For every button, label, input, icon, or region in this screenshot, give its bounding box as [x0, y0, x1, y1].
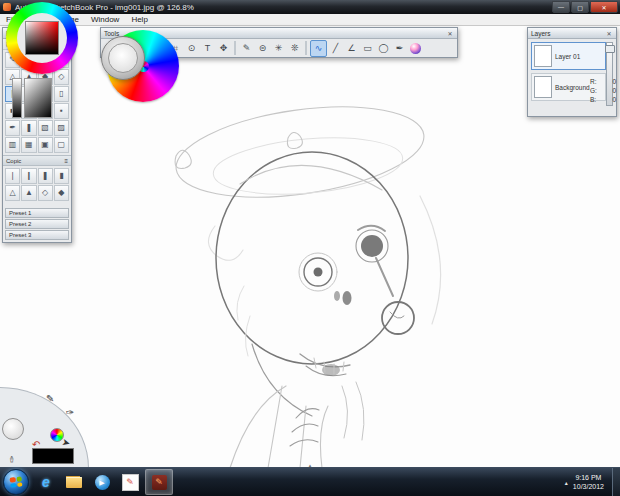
windows-flag-icon: [10, 476, 23, 487]
luminance-ramp[interactable]: [12, 78, 22, 118]
tool-icon: ⊙: [188, 44, 196, 53]
brush-eraser-soft[interactable]: ▯: [54, 86, 69, 102]
taskbar-clock[interactable]: 9:16 PM 10/3/2012: [573, 473, 604, 491]
copic-menu-icon[interactable]: ≡: [64, 158, 68, 164]
copic-brush-4[interactable]: ▮: [54, 168, 69, 184]
zoom-icon[interactable]: ⊙: [184, 41, 199, 56]
tool-icon: ✒: [396, 44, 404, 53]
copic-section-header[interactable]: Copic ≡: [3, 155, 71, 166]
copic-brush-icon: ▮: [59, 172, 63, 180]
brush-icon: ▢: [58, 141, 66, 149]
current-color-swatch[interactable]: [32, 448, 74, 464]
taskbar-explorer-icon[interactable]: [61, 470, 87, 494]
layer-thumbnail[interactable]: [534, 45, 552, 67]
text-icon[interactable]: T: [200, 41, 215, 56]
preset-list: Preset 1Preset 2Preset 3: [5, 208, 69, 240]
copic-brush-5[interactable]: △: [5, 185, 20, 201]
copic-brush-7[interactable]: ◇: [38, 185, 53, 201]
lagoon-brush-puck[interactable]: [2, 418, 24, 440]
tool-icon: ❊: [291, 44, 299, 53]
preset-button[interactable]: Preset 1: [5, 208, 69, 218]
taskbar-app-icon: e: [42, 475, 50, 489]
brush-texture-6[interactable]: ▢: [54, 137, 69, 153]
brush-texture-3[interactable]: ▥: [5, 137, 20, 153]
brush-texture-4[interactable]: ▦: [21, 137, 36, 153]
window-titlebar[interactable]: Autodesk SketchBook Pro - img001.jpg @ 1…: [0, 0, 620, 14]
close-button[interactable]: ✕: [590, 1, 618, 13]
menu-item[interactable]: Help: [125, 14, 153, 25]
brush-icon: ◇: [58, 73, 64, 81]
tools-divider-2[interactable]: [305, 41, 307, 55]
tools-row: ≈✎▭⌒⌗⊙T✥✎⊜✳❊∿╱∠▭◯✒: [101, 39, 457, 57]
copic-brush-8[interactable]: ◆: [54, 185, 69, 201]
taskbar-media-player-icon[interactable]: ▶: [89, 470, 115, 494]
lagoon-brush-icon[interactable]: ✑: [66, 408, 74, 418]
taskbar: e▶✎✎ ▴ 9:16 PM 10/3/2012: [0, 467, 620, 496]
layer-row-1[interactable]: Layer 01: [531, 42, 606, 70]
brush-felt[interactable]: ◇: [54, 69, 69, 85]
b-label: B:: [590, 96, 596, 103]
preset-button[interactable]: Preset 3: [5, 230, 69, 240]
show-desktop-button[interactable]: [612, 468, 620, 496]
tool-icon: ∠: [347, 44, 355, 53]
eyedropper-icon[interactable]: ✑: [7, 455, 17, 463]
value-gradient-square[interactable]: [24, 78, 52, 118]
copic-brush-1[interactable]: ❘: [5, 168, 20, 184]
g-value: 0: [612, 87, 616, 94]
snowflake-icon[interactable]: ❊: [287, 41, 302, 56]
taskbar-sketchbook-icon[interactable]: ✎: [145, 469, 173, 495]
maximize-button[interactable]: ▢: [571, 1, 589, 13]
preset-button[interactable]: Preset 2: [5, 219, 69, 229]
brush-wide[interactable]: ❚: [21, 120, 36, 136]
line-tool-icon[interactable]: ╱: [328, 41, 343, 56]
tool-icon: [410, 43, 421, 54]
pencil-icon[interactable]: ✎: [239, 41, 254, 56]
rectangle-tool-icon[interactable]: ▭: [360, 41, 375, 56]
brush-texture-5[interactable]: ▣: [38, 137, 53, 153]
brush-texture-1[interactable]: ▧: [38, 120, 53, 136]
layer-thumbnail[interactable]: [534, 76, 552, 98]
layers-panel-titlebar[interactable]: Layers ✕: [528, 28, 616, 39]
tray-chevron-icon[interactable]: ▴: [565, 479, 568, 486]
tool-icon: ◯: [378, 44, 388, 53]
layers-panel: Layers ✕ Layer 01 Background: [527, 27, 617, 117]
maximize-icon: ▢: [577, 4, 583, 11]
brush-dot[interactable]: ▪: [54, 103, 69, 119]
layer-label: Layer 01: [555, 53, 580, 60]
dual-brush-icon[interactable]: ✒: [392, 41, 407, 56]
r-value: 0: [612, 78, 616, 85]
taskbar-paint-icon[interactable]: ✎: [117, 470, 143, 494]
taskbar-app-icon: ▶: [95, 475, 110, 490]
menu-bar: FileEditImageWindowHelp: [0, 14, 620, 26]
ellipse-tool-icon[interactable]: ◯: [376, 41, 391, 56]
window-controls: — ▢ ✕: [552, 1, 618, 13]
taskbar-ie-icon[interactable]: e: [33, 470, 59, 494]
tools-divider-1[interactable]: [234, 41, 236, 55]
layers-panel-close-icon[interactable]: ✕: [605, 30, 613, 37]
lagoon-pencil-icon[interactable]: ✎: [46, 394, 54, 404]
tool-icon: ⊜: [259, 44, 267, 53]
opacity-slider-knob[interactable]: [605, 45, 615, 53]
minimize-button[interactable]: —: [552, 1, 570, 13]
airbrush-icon[interactable]: ⊜: [255, 41, 270, 56]
brush-nib[interactable]: ✒: [5, 120, 20, 136]
copic-brush-2[interactable]: ❙: [21, 168, 36, 184]
start-button[interactable]: [3, 469, 29, 495]
polyline-tool-icon[interactable]: ∠: [344, 41, 359, 56]
curve-tool-icon[interactable]: ∿: [310, 40, 327, 57]
tool-icon: ▭: [363, 44, 372, 53]
copic-brush-3[interactable]: ❚: [38, 168, 53, 184]
color-ball-icon[interactable]: [408, 41, 423, 56]
brush-texture-2[interactable]: ▨: [54, 120, 69, 136]
copic-brush-icon: △: [10, 189, 16, 197]
move-icon[interactable]: ✥: [216, 41, 231, 56]
copic-label: Copic: [6, 158, 21, 164]
brush-puck[interactable]: [101, 36, 145, 80]
copic-brush-6[interactable]: ▲: [21, 185, 36, 201]
menu-item[interactable]: Window: [85, 14, 125, 25]
tools-panel-close-icon[interactable]: ✕: [446, 30, 454, 37]
clock-date: 10/3/2012: [573, 482, 604, 491]
saturation-value-picker[interactable]: [25, 21, 59, 55]
color-wheel[interactable]: [6, 2, 78, 74]
symmetry-icon[interactable]: ✳: [271, 41, 286, 56]
